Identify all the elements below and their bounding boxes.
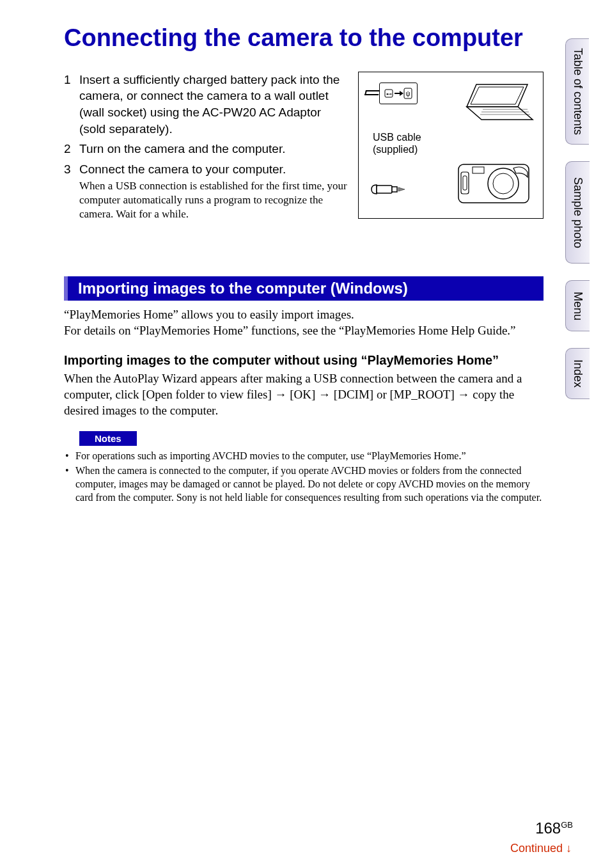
- notes-list: For operations such as importing AVCHD m…: [64, 450, 544, 504]
- step-text: Insert a sufficiently charged battery pa…: [79, 73, 340, 136]
- notes-label: Notes: [79, 431, 137, 446]
- page-num: 168: [535, 819, 561, 837]
- subheading-paragraph: When the AutoPlay Wizard appears after m…: [64, 371, 544, 418]
- tab-label: Menu: [571, 292, 584, 320]
- step-text: Connect the camera to your computer.: [79, 162, 286, 176]
- tab-table-of-contents[interactable]: Table of contents: [565, 38, 589, 145]
- step-item: Insert a sufficiently charged battery pa…: [64, 72, 348, 138]
- svg-rect-11: [392, 187, 397, 192]
- svg-marker-5: [471, 87, 524, 104]
- step-item: Turn on the camera and the computer.: [64, 141, 348, 157]
- subheading: Importing images to the computer without…: [64, 352, 544, 368]
- usb-cable-label: USB cable (supplied): [373, 131, 421, 155]
- steps-list: Insert a sufficiently charged battery pa…: [64, 72, 348, 221]
- tab-label: Sample photo: [571, 177, 584, 248]
- note-item: When the camera is connected to the comp…: [64, 464, 544, 504]
- tab-label: Table of contents: [571, 48, 584, 135]
- continued-indicator: Continued ↓: [510, 842, 572, 855]
- camera-icon: [452, 158, 535, 209]
- svg-rect-17: [473, 167, 484, 173]
- tab-sample-photo[interactable]: Sample photo: [565, 161, 590, 264]
- usb-label-2: (supplied): [373, 143, 421, 155]
- svg-text:ψ: ψ: [405, 90, 410, 97]
- usb-label-1: USB cable: [373, 132, 421, 143]
- page-title: Connecting the camera to the computer: [64, 24, 544, 52]
- connection-illustration: ⊷ ψ: [358, 72, 544, 219]
- cable-icon: [364, 90, 380, 95]
- svg-marker-6: [467, 107, 533, 120]
- tab-label: Index: [571, 359, 584, 388]
- page-region: GB: [561, 820, 573, 830]
- side-tabs: Table of contents Sample photo Menu Inde…: [565, 38, 610, 416]
- section-header: Importing images to the computer (Window…: [64, 276, 544, 301]
- down-arrow-icon: ↓: [566, 842, 572, 855]
- steps-row: Insert a sufficiently charged battery pa…: [64, 72, 544, 225]
- usb-plug-a-icon: ⊷ ψ: [379, 83, 418, 104]
- laptop-icon: [457, 81, 534, 126]
- continued-text: Continued: [510, 842, 563, 855]
- note-item: For operations such as importing AVCHD m…: [64, 450, 544, 463]
- svg-text:⊷: ⊷: [386, 91, 392, 97]
- step-text: Turn on the camera and the computer.: [79, 142, 285, 155]
- svg-point-16: [493, 173, 513, 194]
- intro-paragraph: “PlayMemories Home” allows you to easily…: [64, 307, 544, 338]
- step-subtext: When a USB connection is established for…: [79, 179, 348, 221]
- svg-rect-10: [377, 185, 392, 193]
- tab-index[interactable]: Index: [565, 348, 590, 399]
- page-number: 168GB: [535, 819, 573, 837]
- step-item: Connect the camera to your computer. Whe…: [64, 161, 348, 221]
- tab-menu[interactable]: Menu: [565, 280, 590, 331]
- usb-plug-b-icon: [370, 182, 395, 193]
- svg-rect-14: [463, 176, 467, 190]
